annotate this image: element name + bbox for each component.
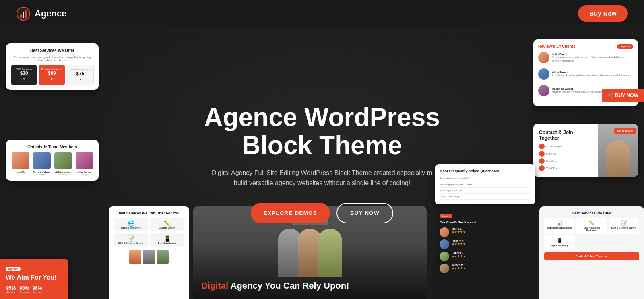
test-avatar-1 <box>440 227 449 237</box>
mission-stat-num-2: 90% <box>19 285 29 291</box>
hero-buttons: EXPLORE DEMOS BUY NOW <box>204 203 440 223</box>
navbar: Agence Buy Now <box>0 0 644 27</box>
team-avatar-1 <box>12 152 29 169</box>
test-avatar-3 <box>440 252 449 261</box>
person-silhouette <box>606 140 630 177</box>
testimonial-preview-card: Agence Our Client's Testimonial Maria J.… <box>435 206 535 299</box>
bottom-service-icon-1: 🌐 <box>116 220 146 227</box>
mission-badge: Agence <box>6 267 21 271</box>
test-info-3: Sandra L. ★★★★★ <box>452 252 466 261</box>
center-bottom-title: Digital Agency You Can Rely Upon! <box>201 280 419 291</box>
services-card-title: Best Services We Offer <box>11 48 94 53</box>
price-card-2: Business Packages $99 ★ <box>39 65 65 85</box>
review-content-1: John Smith Outstanding service and great… <box>552 53 633 62</box>
faq-title: Most Frequently Asked Questions! <box>440 169 530 173</box>
far-right-service-2: ✏️ Graphic Sketch Designing <box>576 218 607 234</box>
contact-join-title: Contact & Join Together <box>547 255 637 258</box>
bottom-service-label-3: SEO & Contents Writing <box>116 242 146 244</box>
team-role-4: Manager <box>75 173 94 176</box>
center-person-3 <box>318 229 342 277</box>
far-right-label-4: Digital Marketing <box>546 244 573 247</box>
team-member-3: William Hinton Developer <box>54 152 72 176</box>
bottom-service-3: 📝 SEO & Contents Writing <box>114 233 148 247</box>
test-row-4: James P. ★★★★★ <box>440 264 530 273</box>
team-avatar-2 <box>33 152 51 169</box>
buy-now-button[interactable]: BUY NOW <box>336 203 393 223</box>
explore-demos-button[interactable]: EXPLORE DEMOS <box>251 203 330 223</box>
logo[interactable]: Agence <box>16 6 66 21</box>
contact-icon-1 <box>539 144 545 149</box>
price-card-3: Business Packages $75 ▲ <box>67 65 94 85</box>
bottom-service-1: 🌐 Website Designing <box>114 218 148 231</box>
mission-stats: 95% Marketing 90% Solution 96% Success <box>6 285 63 293</box>
test-avatar-2 <box>440 239 449 249</box>
team-avatar-4 <box>76 152 93 169</box>
testimonial-rows: Maria J. ★★★★★ Robert K. ★★★★★ Sandra L.… <box>440 227 530 273</box>
price-cards: SEO Packages $30 ▼ Business Packages $99… <box>11 65 94 85</box>
review-name-2: Abby Turner <box>552 71 631 74</box>
team-preview-card: Optimistic Team Members Lara Ely CEO Ter… <box>6 140 99 181</box>
bottom-service-label-4: Digital Marketing <box>152 242 182 244</box>
team-members-list: Lara Ely CEO Terry Markham Designer Will… <box>11 152 94 176</box>
test-info-1: Maria J. ★★★★★ <box>452 227 466 237</box>
floating-buy-now-button[interactable]: 🛒 BUY NOW <box>602 89 644 102</box>
review-avatar-2 <box>538 68 549 80</box>
far-right-icon-4: 📱 <box>546 238 573 243</box>
test-info-2: Robert K. ★★★★★ <box>452 239 466 249</box>
contact-item-2: Email Us <box>539 151 592 157</box>
team-role-2: Designer <box>32 173 51 176</box>
test-name-1: Maria J. <box>452 227 466 230</box>
far-right-label-2: Graphic Sketch Designing <box>578 227 605 231</box>
bottom-services-card: Best Services We Can Offer For You! 🌐 We… <box>109 206 189 299</box>
price-value-1: $30 <box>12 70 35 76</box>
navbar-buy-now-button[interactable]: Buy Now <box>578 5 628 22</box>
services-preview-card: Best Services We Offer A comprehensive a… <box>6 43 99 90</box>
mission-stat-3: 96% Success <box>32 285 42 293</box>
contact-item-3: Live Chat <box>539 158 592 164</box>
test-avatar-4 <box>440 264 449 273</box>
far-right-grid: 📊 Website(s)/UI Designing ✏️ Graphic Ske… <box>544 218 639 249</box>
contact-title: Contact & Join Together <box>539 130 592 141</box>
team-member-1: Lara Ely CEO <box>11 152 30 176</box>
far-right-icon-3: 📝 <box>610 220 638 226</box>
hero-subtitle: Digital Agency Full Site Editing WordPre… <box>205 168 439 188</box>
price-value-2: $99 <box>40 70 63 76</box>
mission-stat-label-1: Marketing <box>6 291 16 293</box>
mission-stat-2: 90% Solution <box>19 285 29 293</box>
faq-item-2: How long does a project take? <box>440 181 530 188</box>
team-member-2: Terry Markham Designer <box>32 152 51 176</box>
review-name-1: John Smith <box>552 53 633 56</box>
bottom-service-2: ✏️ Graphic Design <box>150 218 184 231</box>
far-right-title: Best Services We Offer <box>544 211 639 215</box>
team-role-3: Developer <box>54 173 72 176</box>
contact-item-label-2: Email Us <box>546 153 556 155</box>
far-right-service-1: 📊 Website(s)/UI Designing <box>544 218 575 234</box>
team-member-4: Abby Lorton Manager <box>75 152 94 176</box>
contact-item-4: Visit Office <box>539 165 592 171</box>
mission-stat-num-3: 96% <box>32 285 42 291</box>
contact-right-panel: Get In Touch! <box>598 124 638 177</box>
bottom-service-label-2: Graphic Design <box>152 227 182 229</box>
price-card-1: SEO Packages $30 ▼ <box>11 65 37 85</box>
mission-stat-num-1: 95% <box>6 285 16 291</box>
contact-item-label-4: Visit Office <box>546 167 557 169</box>
faq-preview-card: Most Frequently Asked Questions! What se… <box>435 164 535 204</box>
price-value-3: $75 <box>69 71 92 76</box>
far-right-label-1: Website(s)/UI Designing <box>546 227 573 229</box>
mission-title: We Aim For You! <box>6 274 63 281</box>
faq-item-4: Do you offer support? <box>440 194 530 200</box>
contact-items-list: Phone Support Email Us Live Chat Visit O… <box>539 144 592 171</box>
bottom-service-label-1: Website Designing <box>116 227 146 229</box>
bottom-services-grid: 🌐 Website Designing ✏️ Graphic Design 📝 … <box>114 218 184 247</box>
bottom-service-4: 📱 Digital Marketing <box>150 233 184 247</box>
faq-items: What services do you offer? How long doe… <box>440 175 530 200</box>
test-stars-3: ★★★★★ <box>452 254 466 258</box>
team-role-1: CEO <box>11 173 30 176</box>
svg-rect-1 <box>20 14 22 18</box>
far-right-service-3: 📝 SEO & Contents Writing <box>609 218 639 234</box>
bottom-people-row <box>114 250 184 264</box>
test-row-3: Sandra L. ★★★★★ <box>440 252 530 261</box>
reviews-badge: Agence <box>617 44 633 49</box>
contact-icon-3 <box>539 158 545 164</box>
faq-item-3: What is your pricing? <box>440 188 530 194</box>
